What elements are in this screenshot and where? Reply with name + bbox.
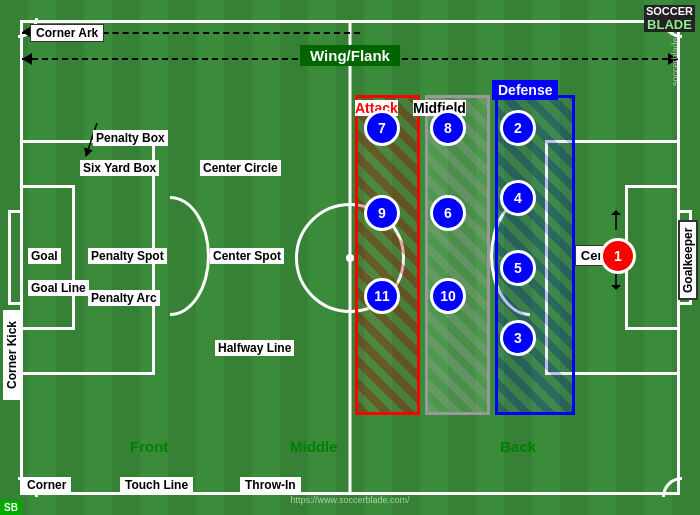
player-7: 7 bbox=[364, 110, 400, 146]
touch-line-label: Touch Line bbox=[120, 477, 193, 493]
corner-ark-label: Corner Ark bbox=[30, 24, 104, 42]
throw-in-label: Throw-In bbox=[240, 477, 301, 493]
wing-flank-arrow-left bbox=[22, 53, 32, 65]
center-circle-label: Center Circle bbox=[200, 160, 281, 176]
back-label: Back bbox=[500, 438, 536, 455]
corner-label: Corner bbox=[22, 477, 71, 493]
player-4: 4 bbox=[500, 180, 536, 216]
player-1-goalkeeper: 1 bbox=[600, 238, 636, 274]
goal-left bbox=[8, 210, 23, 305]
goal-line-label: Goal Line bbox=[28, 280, 89, 296]
wing-flank-label: Wing/Flank bbox=[300, 45, 400, 66]
svg-marker-5 bbox=[611, 285, 621, 290]
goal-label: Goal bbox=[28, 248, 61, 264]
logo-soccer-text: SOCCER bbox=[644, 5, 695, 17]
goalkeeper-label: Goalkeeper bbox=[678, 220, 698, 300]
sb-badge: SB bbox=[0, 500, 22, 515]
player-2: 2 bbox=[500, 110, 536, 146]
center-spot-label: Center Spot bbox=[210, 248, 284, 264]
soccerblade-logo: SOCCER BLADE bbox=[644, 5, 695, 32]
logo-blade-text: BLADE bbox=[644, 17, 695, 32]
front-label: Front bbox=[130, 438, 168, 455]
penalty-arc-label: Penalty Arc bbox=[88, 290, 160, 306]
penalty-box-label: Penalty Box bbox=[93, 130, 168, 146]
halfway-line-label: Halfway Line bbox=[215, 340, 294, 356]
soccer-field: Attack Midfield Defense 7 9 11 8 6 10 2 … bbox=[0, 0, 700, 515]
defense-label: Defense bbox=[492, 80, 558, 100]
player-10: 10 bbox=[430, 278, 466, 314]
player-3: 3 bbox=[500, 320, 536, 356]
six-yard-box-label: Six Yard Box bbox=[80, 160, 159, 176]
player-6: 6 bbox=[430, 195, 466, 231]
corner-ark-arrow-left bbox=[22, 27, 30, 37]
penalty-spot-label: Penalty Spot bbox=[88, 248, 167, 264]
corner-kick-label: Corner Kick bbox=[3, 310, 21, 400]
player-5: 5 bbox=[500, 250, 536, 286]
watermark-bottom: https://www.soccerblade.com/ bbox=[290, 495, 409, 505]
player-11: 11 bbox=[364, 278, 400, 314]
svg-marker-3 bbox=[611, 210, 621, 215]
middle-label: Middle bbox=[290, 438, 338, 455]
player-9: 9 bbox=[364, 195, 400, 231]
center-spot-marker bbox=[346, 254, 354, 262]
player-8: 8 bbox=[430, 110, 466, 146]
